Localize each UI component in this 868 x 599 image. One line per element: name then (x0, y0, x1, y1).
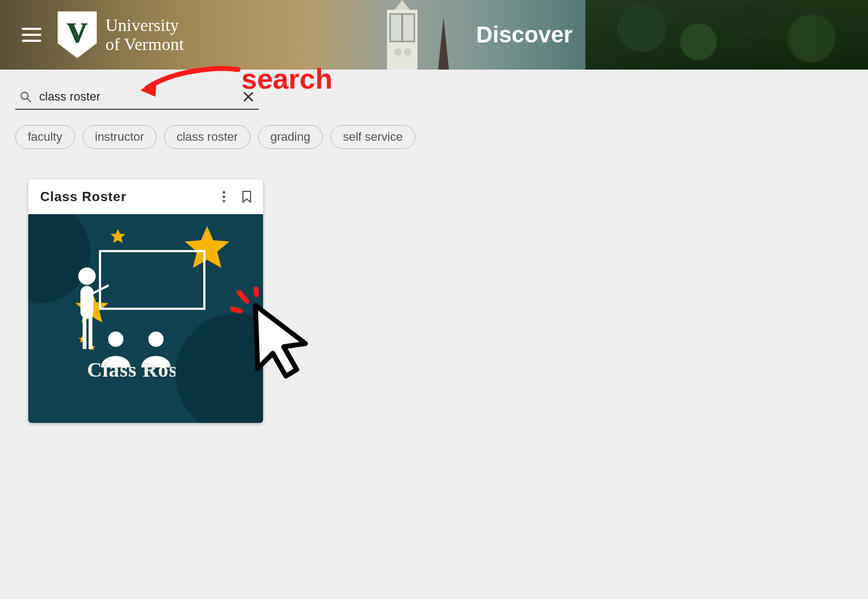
card-more-button[interactable] (218, 190, 229, 203)
brand-logo[interactable]: V University of Vermont (58, 11, 184, 58)
card-header: Class Roster (28, 179, 263, 214)
brand-line1: University (105, 16, 184, 35)
brand-text: University of Vermont (105, 16, 184, 54)
svg-point-5 (394, 48, 402, 56)
svg-point-13 (223, 191, 226, 194)
star-icon (110, 228, 126, 245)
svg-point-22 (148, 332, 164, 347)
svg-marker-8 (140, 80, 157, 97)
svg-point-21 (108, 332, 123, 347)
card-image: Class Roster (28, 214, 263, 423)
svg-line-10 (27, 98, 30, 102)
tower-illustration (370, 0, 435, 70)
svg-marker-4 (395, 0, 410, 10)
result-card-class-roster[interactable]: Class Roster (28, 179, 263, 423)
card-image-label: Class Roster (28, 358, 263, 382)
filter-chip-faculty[interactable]: faculty (15, 125, 75, 149)
star-icon (201, 322, 213, 334)
svg-point-6 (404, 48, 411, 56)
card-bookmark-button[interactable] (241, 190, 252, 203)
filter-chip-row: faculty instructor class roster grading … (15, 125, 853, 149)
filter-chip-class-roster[interactable]: class roster (164, 125, 250, 149)
trees-illustration (585, 0, 868, 70)
card-title: Class Roster (40, 189, 218, 204)
filter-chip-instructor[interactable]: instructor (83, 125, 157, 149)
svg-line-20 (92, 282, 109, 294)
more-vertical-icon (222, 191, 226, 203)
spire-illustration (433, 17, 454, 70)
svg-marker-7 (438, 17, 449, 70)
filter-chip-grading[interactable]: grading (258, 125, 323, 149)
arrow-icon (140, 63, 243, 101)
bookmark-icon (242, 190, 252, 203)
page-title: Discover (476, 0, 572, 70)
svg-point-15 (223, 200, 226, 203)
brand-line2: of Vermont (105, 35, 184, 54)
svg-rect-18 (83, 316, 86, 349)
svg-rect-1 (390, 14, 414, 41)
svg-rect-19 (89, 316, 92, 349)
menu-button[interactable] (22, 28, 41, 42)
search-icon (20, 91, 32, 103)
app-header: V University of Vermont Discover (0, 0, 868, 70)
svg-rect-0 (387, 10, 417, 70)
svg-rect-17 (80, 286, 93, 319)
shield-logo-icon: V (58, 11, 97, 58)
svg-point-16 (78, 267, 96, 285)
star-icon (209, 337, 217, 346)
svg-point-23 (189, 332, 204, 347)
filter-chip-self-service[interactable]: self service (330, 125, 415, 149)
svg-rect-2 (390, 14, 414, 41)
annotation-search-label: search (241, 63, 333, 95)
annotation-search: search (140, 63, 333, 101)
svg-point-14 (223, 196, 226, 198)
